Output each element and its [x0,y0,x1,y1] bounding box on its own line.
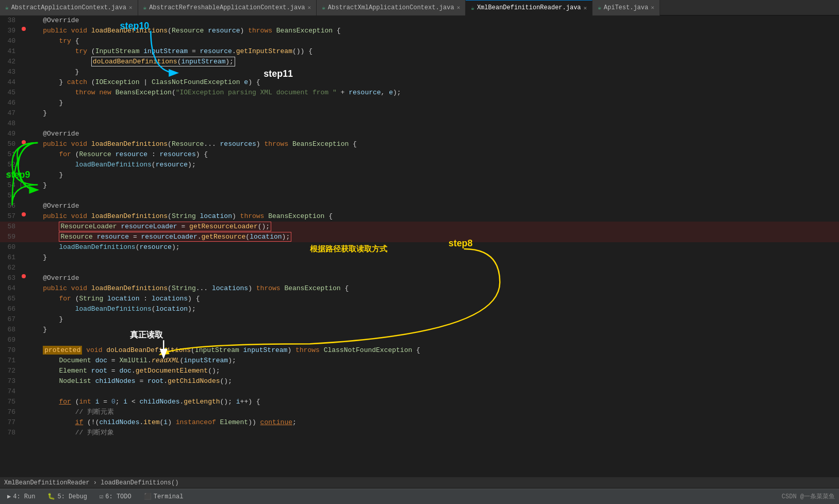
code-line [27,387,839,397]
tab-api-test[interactable]: ☕ ApiTest.java ✕ [593,0,660,15]
line-number: 48 [0,119,20,129]
table-row: 58 ResourceLoader resourceLoader = getRe… [0,222,839,232]
line-number: 40 [0,36,20,46]
bottom-bar: ▶ 4: Run 🐛 5: Debug ☑ 6: TODO ⬛ Terminal… [0,489,839,504]
fold-icon[interactable]: − [21,182,26,188]
table-row: 49 @Override [0,129,839,139]
code-line: } [27,253,839,263]
code-line: loadBeanDefinitions(location); [27,304,839,314]
line-number: 56 [0,201,20,211]
tab-close-btn[interactable]: ✕ [308,4,311,11]
todo-icon: ☑ [100,493,103,500]
java-icon: ☕ [471,5,474,11]
code-line [27,119,839,129]
code-line [27,335,839,345]
gutter [20,46,27,57]
gutter [20,335,27,345]
table-row: 47 } [0,108,839,119]
tab-close-btn[interactable]: ✕ [129,4,133,11]
java-icon: ☕ [598,4,601,11]
code-line: public void loadBeanDefinitions(Resource… [27,139,839,149]
line-number: 69 [0,335,20,345]
code-line: Element root = doc.getDocumentElement(); [27,366,839,376]
table-row: 44 } catch (IOException | ClassNotFoundE… [0,77,839,88]
code-line: loadBeanDefinitions(resource); [27,160,839,170]
table-row: 62 [0,263,839,273]
line-number: 71 [0,356,20,366]
line-number: 54 [0,180,20,191]
gutter [20,397,27,407]
red-boxed-code: Resource resource = resourceLoader.getRe… [59,232,291,242]
table-row: 46 } [0,98,839,108]
table-row: 59 Resource resource = resourceLoader.ge… [0,232,839,242]
code-line [27,191,839,201]
table-row: 72 Element root = doc.getDocumentElement… [0,366,839,376]
line-number: 78 [0,428,20,438]
line-number: 72 [0,366,20,376]
gutter [20,88,27,98]
todo-button[interactable]: ☑ 6: TODO [96,492,135,501]
table-row: 51 for (Resource resource : resources) { [0,149,839,160]
gutter [20,149,27,160]
run-button[interactable]: ▶ 4: Run [4,492,38,501]
table-row: 52 loadBeanDefinitions(resource); [0,160,839,170]
gutter [20,428,27,438]
debug-button[interactable]: 🐛 5: Debug [44,492,90,501]
tab-abstract-application-context[interactable]: ☕ AbstractApplicationContext.java ✕ [0,0,138,15]
tab-close-btn[interactable]: ✕ [457,4,460,11]
gutter [20,356,27,366]
code-line: loadBeanDefinitions(resource); [27,242,839,253]
table-row: 73 NodeList childNodes = root.getChildNo… [0,376,839,387]
gutter [20,160,27,170]
code-line: Resource resource = resourceLoader.getRe… [27,232,839,242]
tab-bar: ☕ AbstractApplicationContext.java ✕ ☕ Ab… [0,0,839,15]
gutter [20,345,27,356]
line-number: 77 [0,417,20,428]
table-row: 61 } [0,253,839,263]
table-row: 42 doLoadBeanDefinitions(inputStream); [0,57,839,67]
code-line: ResourceLoader resourceLoader = getResou… [27,222,839,232]
gutter [20,273,27,283]
code-line: doLoadBeanDefinitions(inputStream); [27,57,839,67]
gutter [20,98,27,108]
code-line: for (Resource resource : resources) { [27,149,839,160]
tab-close-btn[interactable]: ✕ [651,4,654,11]
table-row: 64 public void loadBeanDefinitions(Strin… [0,283,839,294]
line-number: 53 [0,170,20,180]
breadcrumb-bar: XmlBeanDefinitionReader › loadBeanDefini… [0,477,839,489]
gutter: − [20,180,27,191]
table-row: 67 } [0,314,839,325]
code-line: protected void doLoadBeanDefinitions(Inp… [27,345,839,356]
csdn-watermark: CSDN @一条菜菜鱼 [782,492,835,501]
code-line: for (int i = 0; i < childNodes.getLength… [27,397,839,407]
code-editor[interactable]: step10 step11 step9 step8 真正读取 [0,15,839,477]
code-line [27,263,839,273]
table-row: 71 Document doc = XmlUtil.readXML(inputS… [0,356,839,366]
table-row: 56 @Override [0,201,839,211]
tab-close-btn[interactable]: ✕ [584,5,587,11]
line-number: 52 [0,160,20,170]
line-number: 47 [0,108,20,119]
line-number: 49 [0,129,20,139]
boxed-code: doLoadBeanDefinitions(inputStream); [91,57,235,66]
gutter [20,407,27,417]
tab-xml-bean-definition-reader[interactable]: ☕ XmlBeanDefinitionReader.java ✕ [466,0,593,15]
gutter [20,77,27,88]
gutter [20,201,27,211]
tab-abstract-xml[interactable]: ☕ AbstractXmlApplicationContext.java ✕ [317,0,466,15]
gutter [20,242,27,253]
gutter [20,325,27,335]
code-line: public void loadBeanDefinitions(String..… [27,283,839,294]
table-row: 39 public void loadBeanDefinitions(Resou… [0,26,839,36]
code-line: } catch (IOException | ClassNotFoundExce… [27,77,839,88]
terminal-button[interactable]: ⬛ Terminal [141,492,187,501]
code-line: } [27,98,839,108]
code-line: @Override [27,15,839,26]
line-number: 39 [0,26,20,36]
tab-abstract-refreshable[interactable]: ☕ AbstractRefreshableApplicationContext.… [138,0,317,15]
debug-icon: 🐛 [47,493,55,500]
table-row: 54 − } [0,180,839,191]
table-row: 53 } [0,170,839,180]
code-line: } [27,314,839,325]
gutter [20,108,27,119]
